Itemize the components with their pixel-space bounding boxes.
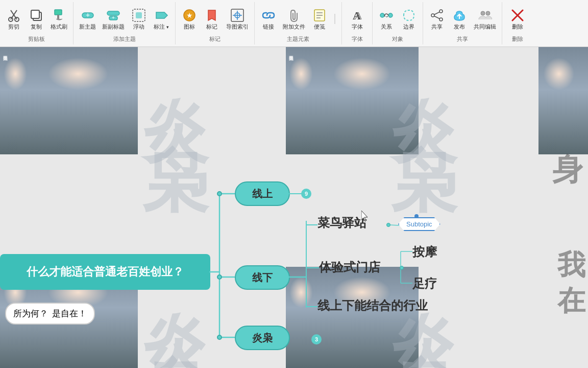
text-zulia-label: 足疗 [412, 277, 437, 290]
format-brush-button[interactable]: 格式刷 [48, 6, 70, 32]
relation-icon [378, 7, 395, 24]
icon-btn-button[interactable]: ★ 图标 [179, 6, 200, 32]
object-group-label: 对象 [392, 35, 403, 44]
subtopic-node[interactable]: Subtopic [398, 217, 440, 231]
canvas[interactable]: 大明星炎枭导图 炎 枭 大明星炎枭导图 炎 枭 炎 枭 炎 枭 身 我 在 什么… [0, 47, 588, 368]
cut-label: 剪切 [8, 24, 19, 30]
share-icon [429, 7, 445, 24]
badge-xianshang: 9 [301, 189, 311, 199]
collab-label: 共同编辑 [474, 24, 496, 30]
font-button[interactable]: A 字体 [347, 6, 368, 32]
node-xianxia-label: 线下 [252, 271, 273, 285]
svg-rect-14 [136, 12, 142, 18]
border-button[interactable]: 边界 [398, 6, 420, 32]
copy-icon [28, 7, 44, 24]
svg-line-31 [434, 12, 439, 14]
mark-label: 标记 [206, 24, 217, 30]
collab-button[interactable]: 共同编辑 [471, 6, 499, 32]
marker-group-label: 标记 [209, 35, 220, 44]
delete-icon [509, 7, 526, 24]
conn-dot-2 [217, 274, 222, 280]
text-tiyan-label: 体验式门店 [319, 260, 380, 274]
map-ref-button[interactable]: 导图索引 [224, 6, 251, 32]
speech-bubble: 所为何？ 是自在！ [5, 303, 95, 325]
svg-line-32 [434, 16, 439, 18]
text-jiehe-label: 线上下能结合的行业 [317, 298, 428, 312]
text-cainiao-label: 菜鸟驿站 [317, 216, 366, 229]
right-partial-char-2: 我 [557, 246, 585, 284]
toolbar-group-delete: 删除 删除 [502, 2, 533, 44]
text-zulia[interactable]: 足疗 [412, 275, 437, 292]
text-jiehe[interactable]: 线上下能结合的行业 [317, 297, 428, 314]
font-group-label: 字体 [352, 35, 363, 44]
badge-xianshang-value: 9 [305, 191, 308, 197]
mark-icon [204, 7, 220, 24]
badge-yancao: 3 [311, 334, 322, 344]
big-char-xiao-1: 枭 [142, 149, 208, 216]
toolbar-group-clipboard: 剪切 复制 格式刷 剪贴板 [0, 2, 74, 44]
relation-button[interactable]: 关系 [376, 6, 397, 32]
note-icon [311, 7, 328, 24]
label-button[interactable]: 标注 [151, 6, 172, 32]
share-button[interactable]: 共享 [426, 6, 448, 32]
new-subtopic-button[interactable]: + 新副标题 [100, 6, 127, 32]
icon-btn-label: 图标 [184, 24, 195, 30]
new-topic-button[interactable]: + 新主题 [77, 6, 99, 32]
bg-photo-8 [286, 267, 324, 368]
publish-button[interactable]: 发布 [449, 6, 470, 32]
node-xianshang-label: 线上 [252, 187, 273, 201]
big-char-xiao-3: 枭 [142, 359, 208, 368]
share-label: 共享 [431, 24, 443, 30]
mark-button[interactable]: 标记 [201, 6, 223, 32]
add-topic-group-label: 添加主题 [113, 35, 136, 44]
delete-button[interactable]: 删除 [507, 6, 528, 32]
note-button[interactable]: 便笺 [309, 6, 330, 32]
subtopic-dot-top [414, 214, 419, 218]
svg-point-35 [486, 11, 490, 15]
bg-photo-1: 大明星炎枭导图 [0, 47, 38, 154]
note-label: 便笺 [314, 24, 325, 30]
link-label: 链接 [263, 24, 274, 30]
toolbar-group-add-topic: + 新主题 + 新副标题 浮动 标注 [74, 2, 176, 44]
node-yancao[interactable]: 炎枭 [235, 326, 290, 350]
conn-dot-cainiao [386, 223, 390, 227]
conn-dot-3 [217, 335, 222, 340]
float-button[interactable]: 浮动 [128, 6, 150, 32]
text-cainiao[interactable]: 菜鸟驿站 [317, 215, 366, 231]
cut-button[interactable]: 剪切 [3, 6, 24, 32]
svg-text:+: + [112, 15, 115, 20]
svg-text:+: + [85, 11, 89, 19]
label-icon [153, 7, 169, 24]
text-tiyan[interactable]: 体验式门店 [319, 259, 380, 275]
share-group-label: 共享 [457, 35, 468, 44]
svg-rect-7 [57, 15, 59, 19]
new-topic-icon: + [80, 7, 96, 24]
toolbar-group-object: 关系 边界 对象 [373, 2, 423, 44]
clipboard-group-label: 剪贴板 [28, 35, 45, 44]
big-char-yan-1: 炎 [142, 98, 208, 165]
border-label: 边界 [403, 24, 414, 30]
delete-label: 删除 [512, 24, 523, 30]
link-button[interactable]: 链接 [258, 6, 279, 32]
node-xianshang[interactable]: 线上 [235, 181, 290, 206]
svg-point-30 [439, 18, 443, 21]
svg-rect-6 [55, 10, 62, 15]
right-partial-char-1: 身 [552, 149, 583, 191]
speech-text-2: 是自在！ [52, 308, 87, 319]
main-question-block[interactable]: 什么才能适合普通老百姓创业？ [0, 254, 210, 290]
svg-text:★: ★ [186, 11, 193, 19]
subtopic-label: Subtopic [406, 220, 432, 228]
float-icon [131, 7, 147, 24]
attach-button[interactable]: 附加文件 [280, 6, 308, 32]
bg-photo-4 [324, 47, 419, 154]
text-anmo[interactable]: 按摩 [412, 244, 437, 260]
new-topic-label: 新主题 [79, 24, 96, 30]
copy-button[interactable]: 复制 [26, 6, 47, 32]
label-label: 标注 [154, 24, 169, 30]
text-anmo-label: 按摩 [412, 245, 437, 259]
node-xianxia[interactable]: 线下 [235, 265, 290, 290]
icon-btn-icon: ★ [181, 7, 198, 24]
topic-elements-expand[interactable] [331, 14, 338, 24]
speech-text-1: 所为何？ [13, 308, 48, 319]
badge-yancao-value: 3 [315, 336, 318, 342]
